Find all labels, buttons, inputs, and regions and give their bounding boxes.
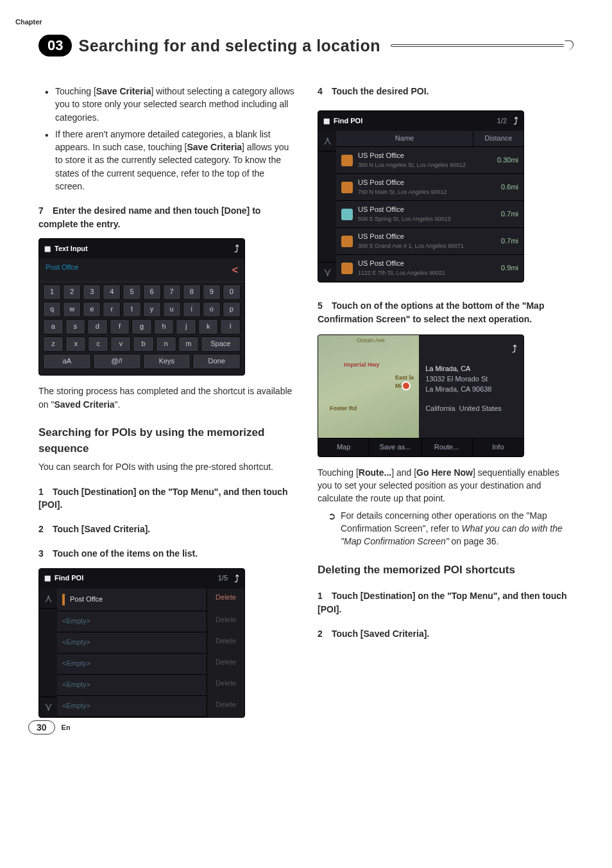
key[interactable]: o bbox=[203, 302, 221, 317]
key[interactable]: 6 bbox=[143, 284, 161, 300]
distance-value: 0.6mi bbox=[480, 182, 518, 193]
key[interactable]: g bbox=[132, 319, 152, 334]
key-keys[interactable]: Keys bbox=[143, 354, 191, 369]
back-icon[interactable]: ⤴ bbox=[234, 241, 239, 256]
route-button[interactable]: Route... bbox=[421, 438, 473, 456]
key[interactable]: h bbox=[154, 319, 174, 334]
key[interactable]: m bbox=[178, 336, 199, 352]
back-icon[interactable]: ⤴ bbox=[425, 342, 517, 356]
key[interactable]: q bbox=[43, 302, 61, 317]
save-as-button[interactable]: Save as... bbox=[370, 438, 421, 456]
key[interactable]: t bbox=[123, 302, 140, 317]
window-icon: ▦ bbox=[44, 573, 51, 584]
scroll-down-icon[interactable]: ⋎ bbox=[39, 697, 57, 716]
scroll-up-icon[interactable]: ⋏ bbox=[39, 589, 57, 608]
subhead-deleting-shortcuts: Deleting the memorized POI shortcuts bbox=[318, 562, 574, 578]
back-icon[interactable]: ⤴ bbox=[234, 571, 239, 586]
poi-icon bbox=[341, 182, 353, 193]
after-keyboard-text: The storing process has completed and th… bbox=[38, 385, 294, 411]
scroll-bar[interactable]: ⋏ ⋎ bbox=[39, 589, 57, 717]
text-input-value[interactable]: Post Offce bbox=[46, 263, 78, 277]
key[interactable]: 4 bbox=[103, 284, 121, 300]
key[interactable]: z bbox=[43, 336, 64, 352]
key[interactable]: b bbox=[133, 336, 153, 352]
backspace-icon[interactable]: < bbox=[232, 263, 238, 277]
key[interactable]: y bbox=[143, 302, 161, 317]
map-pin-icon bbox=[402, 381, 411, 390]
key[interactable]: w bbox=[63, 302, 81, 317]
location-city: La Mirada, CA bbox=[425, 364, 517, 374]
delete-button: Delete bbox=[207, 654, 244, 675]
key-done[interactable]: Done bbox=[192, 354, 241, 369]
back-icon[interactable]: ⤴ bbox=[513, 114, 518, 128]
key[interactable]: 3 bbox=[83, 284, 101, 300]
key[interactable]: j bbox=[176, 319, 196, 334]
keyboard[interactable]: 1 2 3 4 5 6 7 8 9 0 q w e bbox=[39, 282, 244, 375]
screenshot-text-input: ▦Text Input ⤴ Post Offce < 1 2 3 4 5 6 bbox=[38, 238, 245, 376]
chapter-number-badge: 03 bbox=[38, 35, 72, 56]
find-poi-title: Find POI bbox=[334, 116, 362, 126]
key[interactable]: l bbox=[220, 319, 241, 334]
key[interactable]: c bbox=[88, 336, 108, 352]
key[interactable]: n bbox=[156, 336, 176, 352]
map-preview[interactable]: Ocean Ave Imperial Hwy East la Mir Foste… bbox=[318, 335, 419, 438]
location-panel: ⤴ La Mirada, CA 13032 El Morado St La Mi… bbox=[419, 335, 523, 438]
key-shift[interactable]: aA bbox=[43, 354, 91, 369]
poi-icon bbox=[341, 155, 353, 166]
delete-button[interactable]: Delete bbox=[207, 589, 244, 611]
list-item[interactable]: US Post Office508 S Spring St, Los Angel… bbox=[336, 201, 523, 228]
key[interactable]: f bbox=[110, 319, 130, 334]
location-country: United States bbox=[459, 404, 502, 412]
key[interactable]: 2 bbox=[63, 284, 81, 300]
key[interactable]: e bbox=[83, 302, 101, 317]
info-button[interactable]: Info bbox=[473, 438, 523, 456]
list-item[interactable]: US Post Office300 S Grand Ave # 1, Los A… bbox=[336, 228, 523, 255]
screenshot-find-poi-saved: ▦Find POI 1/5⤴ ⋏ ⋎ Post Offce bbox=[38, 568, 245, 718]
poi-icon bbox=[341, 209, 353, 220]
key[interactable]: a bbox=[43, 319, 64, 334]
distance-value: 0.30mi bbox=[480, 155, 518, 166]
key[interactable]: 1 bbox=[43, 284, 61, 300]
poi-icon bbox=[341, 236, 353, 247]
key[interactable]: x bbox=[65, 336, 86, 352]
location-addr2: La Mirada, CA 90638 bbox=[425, 385, 517, 395]
map-label: Imperial Hwy bbox=[344, 361, 380, 369]
right-step-1: 1Touch [Destination] on the "Top Menu", … bbox=[318, 589, 574, 616]
key[interactable]: 9 bbox=[203, 284, 221, 300]
key[interactable]: u bbox=[163, 302, 181, 317]
text-input-title: Text Input bbox=[55, 244, 88, 254]
delete-button: Delete bbox=[207, 632, 244, 654]
page-indicator: 1/2 bbox=[497, 116, 507, 126]
scroll-up-icon[interactable]: ⋏ bbox=[318, 131, 336, 150]
list-item[interactable]: US Post Office1122 E 7th St, Los Angeles… bbox=[336, 255, 523, 282]
list-item[interactable]: Post Offce bbox=[57, 589, 207, 611]
key[interactable]: 5 bbox=[123, 284, 140, 300]
scroll-bar[interactable]: ⋏ ⋎ bbox=[318, 131, 336, 282]
key-symbols[interactable]: @/! bbox=[93, 354, 141, 369]
list-item[interactable]: US Post Office760 N Main St, Los Angeles… bbox=[336, 174, 523, 201]
page-title: Searching for and selecting a location bbox=[78, 37, 380, 55]
key[interactable]: r bbox=[103, 302, 121, 317]
key[interactable]: s bbox=[65, 319, 86, 334]
right-step-4: 4Touch the desired POI. bbox=[318, 85, 574, 98]
bullet-save-criteria-1: Touching [Save Criteria] without selecti… bbox=[55, 85, 294, 124]
distance-value: 0.7mi bbox=[480, 236, 518, 247]
map-label: Ocean Ave bbox=[357, 336, 385, 345]
distance-value: 0.9mi bbox=[480, 263, 518, 273]
key[interactable]: 8 bbox=[183, 284, 201, 300]
key[interactable]: k bbox=[198, 319, 219, 334]
key[interactable]: p bbox=[223, 302, 241, 317]
location-region: California bbox=[425, 404, 455, 412]
screenshot-find-poi-results: ▦Find POI 1/2⤴ ⋏ ⋎ NameDistance US Post … bbox=[318, 110, 524, 282]
key[interactable]: d bbox=[87, 319, 108, 334]
list-item: <Empty> bbox=[57, 654, 207, 675]
key[interactable]: 7 bbox=[163, 284, 181, 300]
scroll-down-icon[interactable]: ⋎ bbox=[318, 263, 336, 282]
list-item[interactable]: US Post Office300 N Los Angeles St, Los … bbox=[336, 147, 523, 174]
map-button[interactable]: Map bbox=[318, 438, 370, 456]
key[interactable]: i bbox=[183, 302, 201, 317]
key-space[interactable]: Space bbox=[201, 336, 241, 352]
key[interactable]: v bbox=[110, 336, 131, 352]
list-item: <Empty> bbox=[57, 611, 207, 632]
key[interactable]: 0 bbox=[223, 284, 241, 300]
